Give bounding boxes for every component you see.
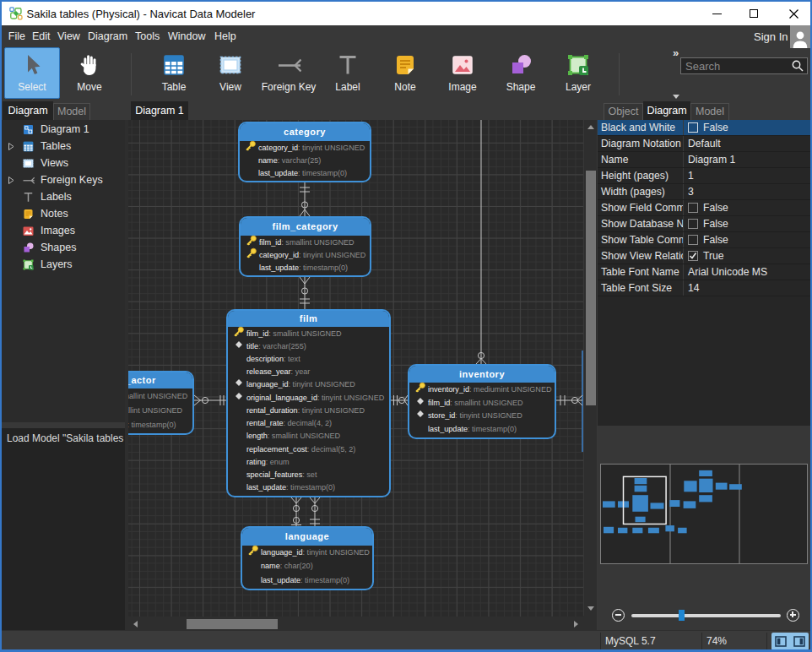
vertical-scrollbar[interactable] [584,120,597,616]
tree-item-label: Shapes [41,242,76,253]
zoom-in-button[interactable] [787,609,799,622]
maximize-button[interactable] [734,2,772,25]
user-avatar[interactable] [790,25,810,48]
tool-layer-button[interactable]: Layer [550,48,606,98]
property-row-table-font-name[interactable]: Table Font NameArial Unicode MS [598,264,810,280]
scroll-arrow-down[interactable] [587,606,594,611]
tab-right-object[interactable]: Object [604,103,643,120]
menu-tools[interactable]: Tools [130,25,165,48]
diagram-canvas[interactable]: categorycategory_id: tinyint UNSIGNEDnam… [128,120,583,617]
property-value: False [684,200,810,215]
checkbox-unchecked[interactable] [688,219,698,229]
zoom-slider-track[interactable] [631,614,781,617]
diagram-minimap[interactable] [600,464,808,564]
table-field-language-language_id: language_id: tinyint UNSIGNED [242,546,372,559]
field-name: release_year [246,367,291,376]
tool-view-button[interactable]: View [203,48,258,98]
tool-label-button[interactable]: Label [320,48,376,98]
expand-arrow-icon[interactable] [8,176,15,185]
window-title: Sakila tables (Physical) - Navicat Data … [27,8,256,20]
tree-item-label: Notes [41,208,68,220]
horizontal-scrollbar[interactable] [128,617,583,631]
horizontal-scrollbar-thumb[interactable] [187,619,278,629]
property-row-show-database-name[interactable]: Show Database NameFalse [598,216,810,232]
primary-key-icon [247,545,259,557]
diagram-table-language[interactable]: languagelanguage_id: tinyint UNSIGNEDnam… [241,526,374,590]
menu-help[interactable]: Help [209,25,241,48]
tool-select-button[interactable]: Select [4,47,60,99]
tab-left-model[interactable]: Model [53,103,90,120]
menu-edit[interactable]: Edit [27,25,56,48]
checkbox-checked[interactable] [688,251,698,261]
layer-icon [22,258,35,271]
toggle-left-panel-button[interactable] [775,636,787,647]
expand-arrow-icon[interactable] [8,142,15,151]
menu-view[interactable]: View [52,25,85,48]
tree-item-shapes[interactable]: Shapes [2,239,125,256]
field-type: : smallint UNSIGNED [268,329,341,338]
left-splitter[interactable] [2,422,125,428]
sign-in-button[interactable]: Sign In [754,25,788,48]
tab-right-diagram[interactable]: Diagram [643,101,690,120]
search-placeholder: Search [681,60,791,73]
checkbox-unchecked[interactable] [688,122,698,133]
diagram-table-film_actor[interactable]: film_actoractor_id: smallint UNSIGNEDfil… [128,371,194,435]
menu-diagram[interactable]: Diagram [83,25,133,48]
diagram-table-category[interactable]: categorycategory_id: tinyint UNSIGNEDnam… [238,122,371,182]
scroll-arrow-left[interactable] [133,621,138,628]
tree-item-notes[interactable]: Notes [2,205,125,222]
field-name: last_update [428,425,468,433]
tool-select-label: Select [18,81,46,93]
toolbar-dropdown-icon[interactable] [673,95,679,99]
tree-item-tables[interactable]: Tables [2,138,125,155]
scroll-arrow-up[interactable] [587,125,594,129]
property-row-height-pages-[interactable]: Height (pages)1 [598,168,810,184]
menu-window[interactable]: Window [163,25,210,48]
scrollbar-corner [583,616,597,631]
property-row-show-view-relations[interactable]: Show View RelationsTrue [598,248,810,264]
tool-move-button[interactable]: Move [62,48,117,98]
diagram-table-film[interactable]: filmfilm_id: smallint UNSIGNEDtitle: var… [226,309,391,497]
zoom-out-button[interactable] [612,609,625,622]
property-row-name[interactable]: NameDiagram 1 [598,152,810,168]
tree-item-label: Layers [41,258,73,270]
table-field-film-rental_rate: rental_rate: decimal(4, 2) [228,417,389,430]
minimize-button[interactable] [698,2,736,25]
tree-item-diagram-1[interactable]: Diagram 1 [2,121,125,138]
tree-item-layers[interactable]: Layers [2,256,125,273]
tree-item-images[interactable]: Images [2,222,125,239]
tool-foreign-key-button[interactable]: Foreign Key [257,48,320,98]
tab-left-diagram[interactable]: Diagram [3,101,53,120]
toggle-right-panel-button[interactable] [793,636,805,647]
table-field-film-title: title: varchar(255) [228,340,389,352]
tool-shape-button[interactable]: Shape [493,48,549,98]
property-row-show-table-comments[interactable]: Show Table CommentsFalse [598,232,810,248]
zoom-slider-thumb[interactable] [679,610,685,621]
view-icon [218,52,243,78]
search-input[interactable]: Search [680,57,808,74]
tree-item-foreign-keys[interactable]: Foreign Keys [2,171,125,188]
tab-canvas-diagram1[interactable]: Diagram 1 [131,101,188,120]
vertical-scrollbar-thumb[interactable] [586,171,596,405]
tree-item-labels[interactable]: Labels [2,188,125,205]
tool-note-button[interactable]: Note [377,48,433,98]
close-button[interactable] [775,2,812,25]
tab-right-model[interactable]: Model [690,103,729,120]
scroll-arrow-right[interactable] [574,621,578,628]
property-row-black-and-white[interactable]: Black and WhiteFalse [598,120,810,136]
tool-table-button[interactable]: Table [146,48,202,98]
diagram-table-film_category[interactable]: film_categoryfilm_id: smallint UNSIGNEDc… [239,216,371,277]
toolbar-overflow-icon[interactable]: » [673,46,679,59]
property-row-table-font-size[interactable]: Table Font Size14 [598,280,810,296]
property-row-show-field-comments[interactable]: Show Field CommentsFalse [598,200,810,216]
tree-item-views[interactable]: Views [2,155,125,171]
diagram-table-inventory[interactable]: inventoryinventory_id: mediumint UNSIGNE… [408,364,556,439]
tool-image-button[interactable]: Image [435,48,490,98]
property-row-width-pages-[interactable]: Width (pages)3 [598,184,810,200]
checkbox-unchecked[interactable] [688,203,698,213]
checkbox-unchecked[interactable] [688,235,698,245]
search-icon [791,59,804,73]
field-name: last_update [246,483,286,492]
property-row-diagram-notation[interactable]: Diagram NotationDefault [598,136,810,152]
property-label: Show Database Name [598,216,684,231]
